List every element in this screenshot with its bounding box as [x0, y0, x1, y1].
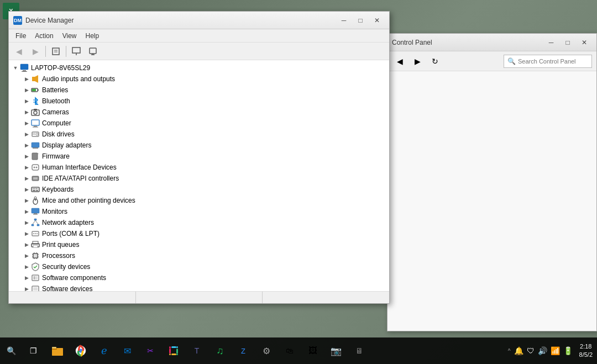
- svg-rect-15: [32, 89, 36, 91]
- print-icon: [31, 240, 40, 249]
- taskbar-app-vm[interactable]: 🖥: [348, 340, 370, 362]
- tree-item-software-components[interactable]: ▶ Software components: [9, 272, 389, 283]
- tree-item-audio[interactable]: ▶ Audio inputs and outputs: [9, 73, 389, 85]
- bluetooth-label: Bluetooth: [42, 97, 70, 105]
- menu-action[interactable]: Action: [30, 31, 57, 41]
- taskbar-battery-icon[interactable]: 🔋: [563, 346, 573, 355]
- taskbar-search-button[interactable]: 🔍: [0, 340, 22, 362]
- software-components-icon: [31, 273, 40, 282]
- software-devices-expand-icon: ▶: [22, 284, 31, 291]
- taskbar-app-mail[interactable]: ✉: [116, 340, 138, 362]
- root-expand-icon: ▼: [11, 64, 20, 72]
- svg-rect-20: [34, 109, 37, 110]
- status-segment-3: [263, 292, 389, 303]
- toolbar-back-button[interactable]: ◀: [11, 44, 27, 59]
- network-icon: [31, 218, 40, 227]
- menu-view[interactable]: View: [58, 31, 81, 41]
- svg-rect-10: [22, 71, 27, 72]
- taskbar-app-store[interactable]: 🛍: [279, 340, 301, 362]
- toolbar-forward-button[interactable]: ▶: [28, 44, 43, 59]
- taskbar-app-camera[interactable]: 📷: [325, 340, 347, 362]
- taskbar-app-snip[interactable]: ✂: [139, 340, 161, 362]
- tree-item-software-devices[interactable]: ▶ Software devices: [9, 283, 389, 291]
- mice-label: Mice and other pointing devices: [42, 197, 135, 204]
- tree-item-computer[interactable]: ▶ Computer: [9, 118, 389, 129]
- svg-rect-39: [34, 188, 35, 189]
- menu-help[interactable]: Help: [81, 31, 104, 41]
- taskbar-clock[interactable]: 2:18 8/5/2: [579, 342, 593, 360]
- device-manager-minimize-button[interactable]: ─: [336, 15, 352, 26]
- tree-item-monitors[interactable]: ▶ Monitors: [9, 206, 389, 217]
- device-manager-maximize-button[interactable]: □: [353, 15, 368, 26]
- audio-label: Audio inputs and outputs: [42, 75, 115, 83]
- taskbar-network-icon[interactable]: 📶: [551, 346, 560, 355]
- tree-item-display[interactable]: ▶ Display adapters: [9, 140, 389, 151]
- network-label: Network adapters: [42, 219, 94, 226]
- tree-item-batteries[interactable]: ▶ Batteries: [9, 85, 389, 96]
- tree-item-cameras[interactable]: ▶ Cameras: [9, 107, 389, 118]
- device-manager-toolbar: ◀ ▶: [9, 43, 389, 60]
- svg-rect-21: [32, 120, 39, 125]
- ide-expand-icon: ▶: [22, 174, 31, 183]
- control-panel-maximize-button[interactable]: □: [560, 37, 575, 48]
- toolbar-monitor-button[interactable]: [85, 44, 101, 59]
- taskbar-defender-icon[interactable]: 🛡: [527, 346, 535, 355]
- device-manager-window: DM Device Manager ─ □ ✕ File Action View…: [8, 11, 390, 304]
- network-expand-icon: ▶: [22, 218, 31, 227]
- tree-item-disk[interactable]: ▶ Disk drives: [9, 129, 389, 140]
- control-panel-window: Control Panel ─ □ ✕ ◀ ▶ ↻ 🔍: [387, 33, 597, 331]
- tree-item-hid[interactable]: ▶ Human Interface Devices: [9, 162, 389, 173]
- control-panel-refresh-button[interactable]: ↻: [427, 55, 443, 68]
- tree-item-processors[interactable]: ▶ Processors: [9, 250, 389, 261]
- taskbar-volume-icon[interactable]: 🔊: [538, 346, 547, 355]
- tree-item-bluetooth[interactable]: ▶ Bluetooth: [9, 96, 389, 107]
- control-panel-back-button[interactable]: ◀: [392, 55, 407, 68]
- taskbar-taskview-button[interactable]: ❐: [22, 340, 44, 362]
- taskbar-app-icons: ℯ ✉ ✂ T ♫ Z ⚙ 🛍 🖼 📷 🖥: [44, 340, 373, 362]
- taskbar: 🔍 ❐ ℯ ✉ ✂ T ♫ Z ⚙ 🛍 🖼 📷 🖥 ^ 🔔 🛡 🔊 📶 🔋: [0, 337, 597, 364]
- taskbar-app-spotify[interactable]: ♫: [209, 340, 231, 362]
- menu-file[interactable]: File: [11, 31, 30, 41]
- print-expand-icon: ▶: [22, 240, 31, 249]
- taskbar-app-zoom[interactable]: Z: [232, 340, 254, 362]
- control-panel-search-input[interactable]: [518, 58, 588, 65]
- svg-rect-36: [33, 177, 38, 180]
- cameras-label: Cameras: [42, 108, 69, 116]
- taskbar-app-teams[interactable]: T: [186, 340, 208, 362]
- taskbar-notification-icon[interactable]: 🔔: [514, 346, 523, 355]
- tree-item-ports[interactable]: ▶ Ports (COM & LPT): [9, 228, 389, 239]
- control-panel-close-button[interactable]: ✕: [577, 37, 592, 48]
- mice-icon: [31, 196, 40, 205]
- toolbar-properties-button[interactable]: [48, 44, 64, 59]
- tree-item-network[interactable]: ▶ Network adapters: [9, 217, 389, 228]
- svg-rect-90: [52, 347, 56, 349]
- tree-item-security[interactable]: ▶ Security devices: [9, 261, 389, 272]
- control-panel-minimize-button[interactable]: ─: [543, 37, 559, 48]
- taskbar-app-edge[interactable]: ℯ: [93, 340, 115, 362]
- svg-rect-23: [33, 127, 38, 128]
- control-panel-title: Control Panel: [392, 39, 543, 46]
- device-manager-close-button[interactable]: ✕: [369, 15, 385, 26]
- taskbar-right: ^ 🔔 🛡 🔊 📶 🔋 2:18 8/5/2: [504, 342, 597, 360]
- tree-root-item[interactable]: ▼ LAPTOP-8V65SL29: [9, 62, 389, 73]
- toolbar-scan-button[interactable]: [69, 44, 84, 59]
- svg-rect-98: [176, 354, 178, 355]
- tree-item-print-queues[interactable]: ▶ Print queues: [9, 239, 389, 250]
- disk-label: Disk drives: [42, 130, 75, 138]
- taskbar-app-photos[interactable]: 🖼: [302, 340, 324, 362]
- tree-item-mice[interactable]: ▶ Mice and other pointing devices: [9, 195, 389, 206]
- taskbar-app-slack[interactable]: [163, 340, 185, 362]
- svg-rect-22: [34, 126, 37, 127]
- disk-expand-icon: ▶: [22, 130, 31, 139]
- bluetooth-expand-icon: ▶: [22, 97, 31, 105]
- computer-device-icon: [31, 119, 40, 128]
- control-panel-forward-button[interactable]: ▶: [410, 55, 425, 68]
- taskbar-app-settings[interactable]: ⚙: [255, 340, 277, 362]
- tree-item-ide[interactable]: ▶ IDE ATA/ATAPI controllers: [9, 173, 389, 184]
- search-icon: 🔍: [507, 57, 516, 65]
- tree-item-keyboards[interactable]: ▶ Keyboards: [9, 184, 389, 195]
- tree-item-firmware[interactable]: ▶ Firmware: [9, 151, 389, 162]
- taskbar-chevron-icon[interactable]: ^: [508, 348, 511, 354]
- taskbar-app-fileexplorer[interactable]: [46, 340, 69, 362]
- taskbar-app-chrome[interactable]: [70, 340, 92, 362]
